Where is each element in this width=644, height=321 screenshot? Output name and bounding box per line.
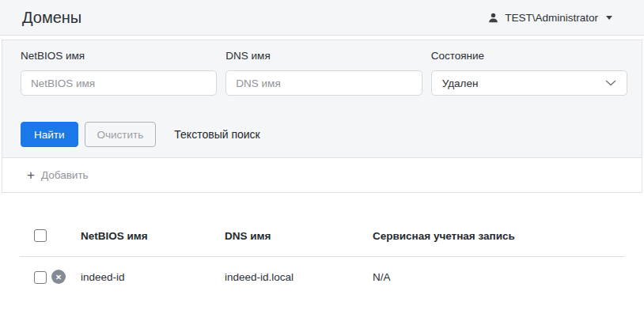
domains-table-section: NetBIOS имя DNS имя Сервисная учетная за… [0, 193, 644, 296]
deleted-status-icon: ✕ [51, 270, 66, 284]
chevron-down-icon [605, 80, 616, 86]
add-button-label: Добавить [41, 169, 89, 181]
page-title: Домены [22, 9, 81, 27]
plus-icon: + [27, 168, 35, 182]
user-menu[interactable]: TEST\Administrator [487, 12, 612, 24]
domains-table: NetBIOS имя DNS имя Сервисная учетная за… [20, 212, 624, 296]
clear-button[interactable]: Очистить [85, 122, 157, 147]
cell-service-account: N/A [373, 257, 624, 297]
add-panel: + Добавить [2, 158, 642, 193]
table-header-row: NetBIOS имя DNS имя Сервисная учетная за… [20, 212, 624, 257]
column-header-service-account: Сервисная учетная запись [373, 212, 624, 257]
dns-label: DNS имя [225, 50, 422, 62]
filter-actions: Найти Очистить Текстовый поиск [21, 122, 627, 147]
page-header: Домены TEST\Administrator [0, 0, 644, 36]
dns-input[interactable] [225, 70, 422, 96]
table-row[interactable]: ✕ indeed-id indeed-id.local N/A [20, 257, 624, 297]
user-icon [487, 12, 499, 24]
filter-field-dns: DNS имя [225, 50, 422, 96]
user-menu-label: TEST\Administrator [505, 12, 598, 24]
filter-row: NetBIOS имя DNS имя Состояние Удален [21, 50, 627, 96]
cell-dns: indeed-id.local [225, 257, 373, 297]
select-all-checkbox[interactable] [34, 229, 47, 242]
state-select-value: Удален [442, 77, 479, 89]
filter-panel: NetBIOS имя DNS имя Состояние Удален Най… [2, 40, 642, 158]
row-checkbox[interactable] [34, 271, 47, 284]
chevron-down-icon [606, 16, 612, 20]
status-column-header [51, 212, 81, 257]
search-button[interactable]: Найти [21, 122, 78, 147]
state-select[interactable]: Удален [431, 70, 627, 96]
netbios-label: NetBIOS имя [21, 50, 217, 62]
state-label: Состояние [431, 50, 627, 62]
netbios-input[interactable] [21, 70, 217, 96]
add-button[interactable]: + Добавить [27, 168, 89, 182]
column-header-dns: DNS имя [225, 212, 373, 257]
column-header-netbios: NetBIOS имя [81, 212, 225, 257]
filter-field-state: Состояние Удален [431, 50, 627, 96]
text-search-toggle[interactable]: Текстовый поиск [174, 128, 259, 141]
filter-field-netbios: NetBIOS имя [21, 50, 217, 96]
cell-netbios: indeed-id [81, 257, 225, 297]
